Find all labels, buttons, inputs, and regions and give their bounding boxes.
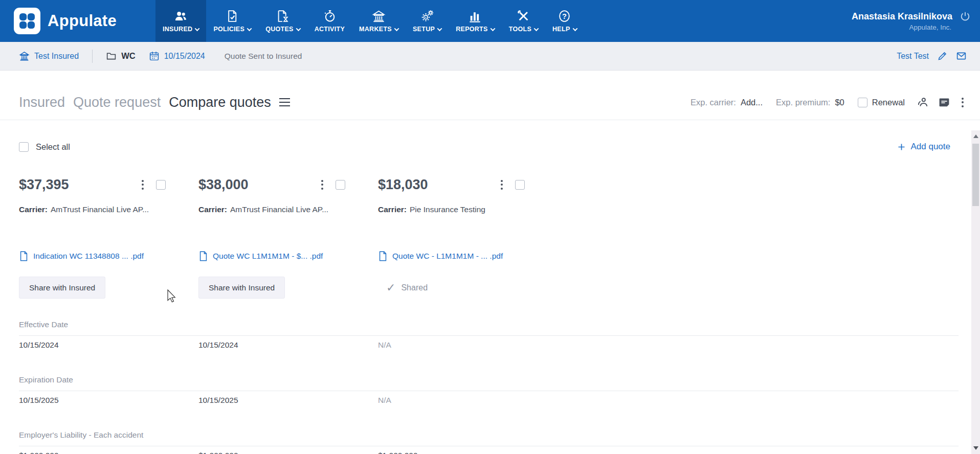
renewal-checkbox[interactable]: [858, 98, 867, 107]
gears-icon: [420, 9, 434, 23]
lob-code: WC: [121, 51, 136, 61]
select-all-row: Select all: [19, 139, 70, 154]
pdf-file-icon: [198, 251, 208, 262]
share-with-insured-button[interactable]: Share with Insured: [198, 277, 285, 299]
quote-premium: $38,000: [198, 177, 249, 193]
chevron-down-icon: [195, 26, 200, 31]
document-hourglass-icon: [276, 9, 289, 23]
add-quote-label: Add quote: [910, 142, 950, 152]
edit-pencil-icon[interactable]: [937, 51, 948, 61]
user-company: Appulate, Inc.: [909, 24, 971, 31]
nav-item-policies[interactable]: POLICIES: [206, 0, 258, 42]
divider: [0, 120, 980, 120]
notes-icon[interactable]: [938, 96, 950, 108]
chevron-down-icon: [437, 26, 442, 31]
nav-item-setup[interactable]: SETUP: [406, 0, 449, 42]
renewal-label: Renewal: [872, 98, 905, 107]
nav-item-help[interactable]: ? HELP: [545, 0, 584, 42]
scroll-up-arrow[interactable]: [971, 132, 980, 141]
nav-item-reports[interactable]: REPORTS: [449, 0, 502, 42]
chevron-down-icon: [534, 26, 539, 31]
quote-file-link[interactable]: Indication WC 11348808 ... .pdf: [33, 252, 144, 261]
status-text: Quote Sent to Insured: [225, 52, 302, 61]
pdf-file-icon: [19, 251, 29, 262]
nav-label: POLICIES: [213, 26, 244, 33]
app-window: Appulate INSURED POLICIES QUOTES ACTIVIT…: [0, 0, 980, 454]
nav-item-insured[interactable]: INSURED: [155, 0, 206, 42]
top-navbar: Appulate INSURED POLICIES QUOTES ACTIVIT…: [0, 0, 980, 42]
select-all-checkbox[interactable]: [19, 142, 29, 152]
quote-card-header: $37,395: [19, 173, 198, 196]
bank-icon: [372, 9, 386, 23]
quote-checkbox[interactable]: [336, 180, 345, 190]
carrier-label: Carrier:: [378, 205, 407, 214]
share-row: Share with Insured Share with Insured ✓ …: [19, 277, 558, 299]
assigned-people-icon[interactable]: [917, 96, 929, 108]
quote-file-link[interactable]: Quote WC - L1M1M1M - ... .pdf: [392, 252, 503, 261]
quote-card-header: $18,030: [378, 173, 558, 196]
nav-item-activity[interactable]: ACTIVITY: [307, 0, 352, 42]
carrier-row: Carrier:AmTrust Financial Live AP... Car…: [19, 202, 558, 217]
comparison-row-values: $1,000,000 $1,000,000 $1,000,000: [19, 448, 558, 454]
quote-checkbox[interactable]: [515, 180, 525, 190]
chevron-down-icon: [394, 26, 399, 31]
exp-premium-label: Exp. premium:: [776, 98, 830, 107]
quote-menu-kebab-icon[interactable]: [499, 179, 505, 191]
carrier-name: AmTrust Financial Live AP...: [51, 205, 149, 214]
logout-power-icon[interactable]: [960, 11, 971, 22]
quote-menu-kebab-icon[interactable]: [140, 179, 146, 191]
quote-file-link[interactable]: Quote WC L1M1M1M - $... .pdf: [213, 252, 323, 261]
appulate-logo[interactable]: Appulate: [0, 8, 117, 34]
insured-link[interactable]: Test Insured: [19, 51, 79, 61]
hamburger-menu-icon[interactable]: [279, 98, 290, 107]
quote-checkbox[interactable]: [156, 180, 166, 190]
effective-date-link[interactable]: 10/15/2024: [149, 51, 205, 61]
exp-carrier-add-link[interactable]: Add...: [741, 98, 763, 107]
page-header: Insured Quote request Compare quotes Exp…: [19, 90, 966, 115]
comparison-row-values: 10/15/2025 10/15/2025 N/A: [19, 393, 558, 408]
folder-icon: [106, 51, 117, 61]
clover-logo-icon: [14, 8, 40, 34]
exp-carrier-label: Exp. carrier:: [691, 98, 736, 107]
people-icon: [174, 9, 188, 23]
vertical-scrollbar[interactable]: [971, 130, 980, 454]
tab-quote-request[interactable]: Quote request: [73, 95, 161, 110]
comparison-value: N/A: [378, 396, 558, 405]
line-of-business[interactable]: WC: [106, 51, 136, 61]
mail-envelope-icon[interactable]: [956, 51, 967, 61]
contact-link[interactable]: Test Test: [897, 52, 929, 61]
nav-item-tools[interactable]: TOOLS: [502, 0, 545, 42]
comparison-row-label: Effective Date: [19, 317, 68, 332]
svg-text:?: ?: [562, 12, 567, 20]
quote-premium: $37,395: [19, 177, 69, 193]
comparison-value: N/A: [378, 340, 558, 350]
scroll-down-arrow[interactable]: [971, 444, 980, 452]
bar-chart-icon: [468, 9, 482, 23]
bank-icon: [19, 51, 30, 61]
exp-premium-value: $0: [835, 98, 844, 107]
brand-name: Appulate: [48, 12, 117, 30]
nav-label: HELP: [552, 26, 570, 33]
comparison-value: $1,000,000: [198, 451, 378, 454]
quote-premium: $18,030: [378, 177, 428, 193]
quote-card-header: $38,000: [198, 173, 378, 196]
carrier-name: AmTrust Financial Live AP...: [230, 205, 328, 214]
nav-item-quotes[interactable]: QUOTES: [258, 0, 307, 42]
user-name[interactable]: Anastasia Krasilnikova: [852, 11, 952, 22]
scrollbar-thumb[interactable]: [972, 144, 979, 206]
more-options-kebab-icon[interactable]: [960, 97, 966, 108]
carrier-label: Carrier:: [198, 205, 227, 214]
quote-menu-kebab-icon[interactable]: [319, 179, 325, 191]
nav-item-markets[interactable]: MARKETS: [352, 0, 406, 42]
tab-insured[interactable]: Insured: [19, 95, 65, 110]
comparison-value: $1,000,000: [19, 451, 198, 454]
divider: [19, 391, 959, 391]
nav-label: REPORTS: [456, 26, 488, 33]
share-with-insured-button[interactable]: Share with Insured: [19, 277, 105, 299]
chevron-down-icon: [490, 26, 495, 31]
comparison-row-values: 10/15/2024 10/15/2024 N/A: [19, 337, 558, 353]
add-quote-button[interactable]: Add quote: [897, 139, 950, 154]
context-bar: Test Insured WC 10/15/2024 Quote Sent to…: [0, 42, 980, 71]
comparison-value: $1,000,000: [378, 451, 558, 454]
pdf-file-icon: [378, 251, 388, 262]
